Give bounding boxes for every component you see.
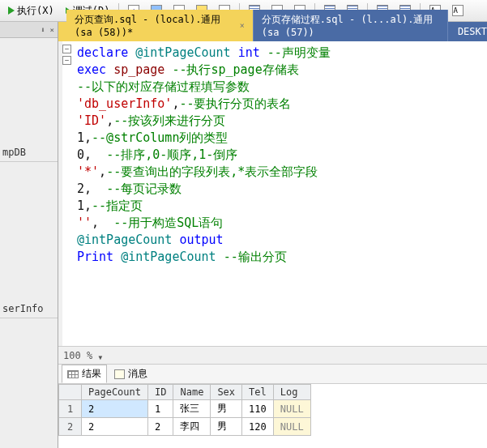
- chevron-down-icon[interactable]: ▾: [97, 352, 105, 360]
- table-row[interactable]: 2 2 2 李四 男 120 NULL: [59, 418, 311, 436]
- cell[interactable]: 男: [211, 418, 242, 436]
- sql-editor[interactable]: − − declare @intPageCount int --声明变量 exe…: [58, 41, 487, 346]
- format2-icon: A: [452, 5, 464, 16]
- cell[interactable]: 2: [82, 400, 148, 418]
- fold-gutter: − −: [62, 45, 74, 346]
- tab-label: 分页存储过程.sql - (l...al).通用 (sa (57)): [262, 13, 439, 38]
- cell[interactable]: 张三: [173, 400, 211, 418]
- tab-label: 消息: [128, 367, 147, 381]
- col-rowheader[interactable]: [59, 385, 82, 400]
- play-icon: [8, 6, 15, 15]
- table-header-row: PageCount ID Name Sex Tel Log: [59, 385, 311, 400]
- fold-minus-icon[interactable]: −: [62, 45, 71, 53]
- main-area: 分页查询.sql - (local).通用 (sa (58))*× 分页存储过程…: [58, 22, 487, 448]
- results-panel-tabs: 结果 消息: [58, 364, 487, 383]
- col-header[interactable]: Name: [173, 385, 211, 400]
- col-header[interactable]: ID: [148, 385, 173, 400]
- pin-icon[interactable]: ⬇: [39, 26, 46, 34]
- cell[interactable]: 男: [211, 400, 242, 418]
- tab-label: 分页查询.sql - (local).通用 (sa (58))*: [75, 13, 235, 38]
- col-header[interactable]: Sex: [211, 385, 242, 400]
- run-button[interactable]: 执行(X): [3, 2, 59, 20]
- cell[interactable]: 120: [242, 418, 274, 436]
- tool-btn-b[interactable]: A: [447, 2, 468, 19]
- close-tab-icon[interactable]: ×: [240, 21, 245, 30]
- col-header[interactable]: Log: [273, 385, 310, 400]
- results-grid[interactable]: PageCount ID Name Sex Tel Log 1 2 1 张三 男…: [58, 383, 487, 448]
- cell[interactable]: 1: [148, 400, 173, 418]
- tree-item[interactable]: serInfo: [0, 300, 58, 318]
- object-explorer-panel: ⬇ × mpDB serInfo 器: [0, 22, 58, 448]
- run-label: 执行(X): [17, 4, 54, 18]
- zoom-value[interactable]: 100 %: [63, 350, 92, 361]
- panel-header: ⬇ ×: [0, 22, 58, 38]
- cell[interactable]: 李四: [173, 418, 211, 436]
- code-content: declare @intPageCount int --声明变量 exec sp…: [77, 45, 487, 266]
- table-row[interactable]: 1 2 1 张三 男 110 NULL: [59, 400, 311, 418]
- cell[interactable]: 2: [148, 418, 173, 436]
- cell-null[interactable]: NULL: [273, 418, 310, 436]
- cell-null[interactable]: NULL: [273, 400, 310, 418]
- results-table: PageCount ID Name Sex Tel Log 1 2 1 张三 男…: [58, 384, 311, 436]
- grid-icon: [67, 370, 79, 378]
- tree-item[interactable]: mpDB: [0, 143, 58, 162]
- tab-overflow: DESKT: [448, 22, 487, 41]
- col-header[interactable]: Tel: [242, 385, 274, 400]
- tab-inactive[interactable]: 分页存储过程.sql - (l...al).通用 (sa (57)): [254, 10, 448, 41]
- messages-tab[interactable]: 消息: [109, 365, 153, 383]
- row-number: 2: [59, 418, 82, 436]
- tab-label: 结果: [82, 367, 101, 381]
- col-header[interactable]: PageCount: [82, 385, 148, 400]
- cell[interactable]: 110: [242, 400, 274, 418]
- message-icon: [114, 369, 125, 379]
- close-icon[interactable]: ×: [49, 26, 56, 34]
- zoom-bar: 100 % ▾: [58, 346, 487, 364]
- tab-active[interactable]: 分页查询.sql - (local).通用 (sa (58))*×: [66, 10, 254, 41]
- editor-tabs: 分页查询.sql - (local).通用 (sa (58))*× 分页存储过程…: [58, 22, 487, 41]
- row-number: 1: [59, 400, 82, 418]
- cell[interactable]: 2: [82, 418, 148, 436]
- fold-minus-icon[interactable]: −: [62, 56, 71, 65]
- results-tab[interactable]: 结果: [62, 365, 107, 383]
